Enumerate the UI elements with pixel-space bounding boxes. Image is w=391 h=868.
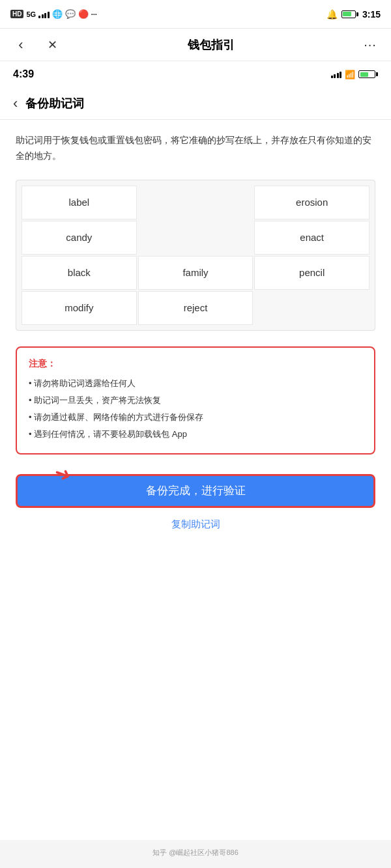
outer-time: 3:15 [362, 9, 381, 20]
hd-badge: HD [10, 10, 23, 18]
outer-nav-title: 钱包指引 [188, 37, 235, 53]
confirm-section: ➜ 备份完成，进行验证 [16, 474, 375, 508]
outer-back-button[interactable]: ‹ [10, 35, 31, 55]
bell-icon: 🔔 [326, 9, 338, 20]
warning-item-3: • 请勿通过截屏、网络传输的方式进行备份保存 [29, 409, 362, 426]
outer-more-button[interactable]: ··· [360, 35, 381, 55]
more-apps-icon: ··· [91, 10, 97, 18]
content-area: 助记词用于恢复钱包或重置钱包密码，将它准确的抄写在纸上，并存放在只有你知道的安全… [0, 120, 391, 840]
inner-wifi-icon: 📶 [345, 70, 355, 79]
mnemonic-word-3: erosion [254, 186, 369, 219]
outer-close-button[interactable]: ✕ [42, 35, 63, 55]
inner-time: 4:39 [13, 68, 34, 80]
mnemonic-word-5-empty [138, 221, 253, 255]
mnemonic-word-6: enact [254, 221, 369, 255]
outer-status-bar: HD 5G 🌐 💬 🔴 ··· 🔔 3:15 [0, 0, 391, 29]
signal-bars-icon [38, 10, 50, 18]
warning-item-2: • 助记词一旦丢失，资产将无法恢复 [29, 392, 362, 409]
phone-screen: 4:39 📶 ‹ 备份助记词 助记词用于恢复钱包或重置钱包密码，将它准确的抄写在… [0, 61, 391, 868]
mnemonic-word-10: modify [22, 291, 137, 325]
inner-status-bar: 4:39 📶 [0, 61, 391, 87]
status-right: 🔔 3:15 [326, 9, 381, 20]
arrow-indicator: ➜ [55, 462, 71, 485]
inner-status-icons: 📶 [331, 70, 379, 79]
mnemonic-grid: label erosion candy enact black family p… [16, 180, 375, 331]
notify-icon: 🔴 [78, 9, 89, 19]
inner-battery-icon [358, 70, 378, 78]
warning-item-1: • 请勿将助记词透露给任何人 [29, 375, 362, 392]
warning-title: 注意： [29, 358, 362, 370]
mnemonic-word-4: candy [22, 221, 137, 255]
inner-nav-title: 备份助记词 [25, 96, 84, 111]
description-text: 助记词用于恢复钱包或重置钱包密码，将它准确的抄写在纸上，并存放在只有你知道的安全… [16, 133, 375, 164]
mnemonic-word-9: pencil [254, 256, 369, 290]
mnemonic-word-7: black [22, 256, 137, 290]
mnemonic-word-1: label [22, 186, 137, 219]
mnemonic-word-8: family [138, 256, 253, 290]
mnemonic-word-12-empty [254, 291, 369, 325]
mnemonic-word-11: reject [138, 291, 253, 325]
copy-link[interactable]: 复制助记词 [16, 518, 375, 531]
inner-signal-icon [331, 70, 342, 78]
mnemonic-word-2-empty [138, 186, 253, 219]
battery-icon [341, 10, 358, 18]
inner-back-button[interactable]: ‹ [13, 95, 18, 112]
status-left: HD 5G 🌐 💬 🔴 ··· [10, 9, 97, 19]
qq-icon: 💬 [65, 9, 76, 19]
watermark: 知乎 @崛起社区小猪哥886 [0, 840, 391, 868]
5g-badge: 5G [26, 10, 36, 18]
weibo-icon: 🌐 [52, 9, 63, 19]
inner-nav-bar: ‹ 备份助记词 [0, 87, 391, 120]
outer-nav-bar: ‹ ✕ 钱包指引 ··· [0, 29, 391, 61]
warning-box: 注意： • 请勿将助记词透露给任何人 • 助记词一旦丢失，资产将无法恢复 • 请… [16, 346, 375, 455]
warning-item-4: • 遇到任何情况，请不要轻易卸载钱包 App [29, 426, 362, 443]
